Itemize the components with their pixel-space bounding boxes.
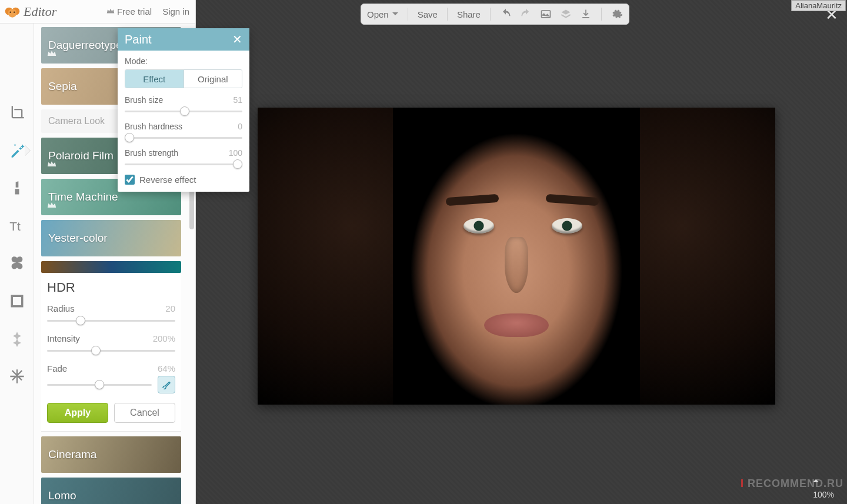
- brush-icon: [161, 379, 172, 390]
- fit-icon: [540, 8, 552, 20]
- brush-hardness-value: 0: [238, 122, 242, 131]
- snowflake-icon: [9, 368, 25, 385]
- hdr-panel: HDR Radius20 Intensity200% Fade64% Apply…: [41, 273, 181, 432]
- effect-label: Cinerama: [48, 448, 96, 461]
- hdr-title: HDR: [47, 280, 175, 295]
- brand: Editor: [5, 4, 56, 19]
- rail-overlays[interactable]: [7, 253, 27, 273]
- brush-size-label: Brush size: [125, 95, 163, 105]
- effect-hdr-thumb[interactable]: [41, 261, 181, 273]
- fit-button[interactable]: [540, 8, 552, 20]
- brush-hardness-slider[interactable]: [125, 133, 242, 142]
- butterfly-icon: [9, 255, 25, 272]
- rail-effects[interactable]: [7, 141, 27, 161]
- effect-label: Yester-color: [48, 232, 108, 245]
- redo-icon: [520, 8, 532, 20]
- user-tag: AlianaMauritz: [791, 0, 846, 11]
- canvas-toolbar: Open Save Share: [361, 4, 629, 25]
- hdr-intensity-value: 200%: [153, 333, 175, 343]
- download-button[interactable]: [580, 8, 592, 20]
- magic-wand-icon: [9, 142, 25, 159]
- rail-themes[interactable]: [7, 366, 27, 386]
- paint-close-button[interactable]: ✕: [232, 32, 242, 46]
- free-trial-link[interactable]: Free trial: [106, 6, 152, 16]
- paint-popup: Paint ✕ Mode: Effect Original Brush size…: [118, 28, 249, 192]
- rail-crop[interactable]: [7, 103, 27, 123]
- canvas-area: Open Save Share ✕ AlianaMauritz 100% I R…: [196, 0, 847, 504]
- frame-icon: [9, 293, 25, 309]
- svg-point-2: [8, 9, 17, 18]
- premium-badge: [47, 158, 56, 171]
- svg-rect-6: [541, 11, 550, 18]
- save-button[interactable]: Save: [418, 9, 438, 19]
- brush-hardness-label: Brush hardness: [125, 122, 182, 131]
- hdr-radius-value: 20: [165, 303, 175, 313]
- effect-label: Camera Look: [48, 116, 105, 126]
- layers-button[interactable]: [560, 8, 572, 20]
- brush-size-slider[interactable]: [125, 106, 242, 116]
- brush-strength-value: 100: [229, 148, 242, 158]
- effect-label: Polaroid Film: [48, 149, 114, 162]
- reverse-effect-label: Reverse effect: [139, 175, 196, 185]
- premium-badge: [47, 47, 56, 60]
- lipstick-icon: [9, 180, 25, 196]
- paint-brush-button[interactable]: [158, 376, 175, 393]
- mode-original-button[interactable]: Original: [184, 70, 242, 88]
- brush-size-value: 51: [233, 95, 242, 105]
- open-label: Open: [367, 9, 389, 19]
- effect-cinerama[interactable]: Cinerama: [41, 436, 181, 473]
- svg-point-4: [14, 11, 15, 13]
- hdr-fade-slider[interactable]: [47, 380, 152, 389]
- hdr-intensity-label: Intensity: [47, 333, 80, 343]
- hdr-intensity-slider[interactable]: [47, 346, 175, 355]
- rail-textures[interactable]: [7, 329, 27, 349]
- app-topbar: Editor Free trial Sign in: [0, 0, 195, 24]
- hdr-radius-slider[interactable]: [47, 316, 175, 325]
- layers-icon: [560, 8, 572, 20]
- effect-label: Daguerreotype: [48, 39, 122, 52]
- monkey-logo-icon: [5, 5, 20, 18]
- rail-touchup[interactable]: [7, 178, 27, 198]
- undo-button[interactable]: [500, 8, 512, 20]
- mode-effect-button[interactable]: Effect: [125, 70, 184, 88]
- settings-button[interactable]: [611, 8, 623, 20]
- hdr-radius-label: Radius: [47, 303, 75, 313]
- cancel-button[interactable]: Cancel: [114, 403, 175, 423]
- reverse-effect-checkbox[interactable]: Reverse effect: [125, 175, 242, 185]
- effect-lomo[interactable]: Lomo: [41, 478, 181, 504]
- undo-icon: [500, 8, 512, 20]
- rail-text[interactable]: Tt: [7, 216, 27, 236]
- effect-label: Time Machine: [48, 191, 118, 203]
- brush-strength-label: Brush strength: [125, 148, 178, 158]
- effect-yester-color[interactable]: Yester-color: [41, 220, 181, 256]
- share-button[interactable]: Share: [457, 9, 481, 19]
- redo-button[interactable]: [520, 8, 532, 20]
- hdr-fade-label: Fade: [47, 363, 67, 373]
- watermark: I RECOMMEND.RU: [741, 478, 843, 490]
- hdr-fade-value: 64%: [158, 363, 175, 373]
- crop-icon: [9, 105, 25, 121]
- chevron-down-icon: [392, 12, 398, 18]
- paint-title: Paint: [125, 33, 152, 46]
- effect-label: Sepia: [48, 80, 77, 93]
- mode-segmented: Effect Original: [125, 69, 242, 88]
- sign-in-link[interactable]: Sign in: [162, 6, 189, 16]
- svg-text:Tt: Tt: [9, 219, 21, 233]
- rail-frames[interactable]: [7, 291, 27, 311]
- download-icon: [580, 8, 592, 20]
- zoom-value: 100%: [813, 490, 834, 499]
- image-canvas[interactable]: [258, 108, 775, 405]
- texture-icon: [9, 331, 25, 347]
- apply-button[interactable]: Apply: [47, 403, 108, 423]
- brush-strength-slider[interactable]: [125, 159, 242, 169]
- effect-label: Lomo: [48, 489, 76, 502]
- text-icon: Tt: [9, 218, 25, 234]
- mode-label: Mode:: [125, 56, 242, 66]
- free-trial-label: Free trial: [117, 6, 152, 16]
- brand-name: Editor: [24, 4, 56, 19]
- open-button[interactable]: Open: [367, 9, 398, 19]
- reverse-effect-input[interactable]: [125, 175, 135, 185]
- gear-icon: [611, 8, 623, 20]
- premium-badge: [47, 199, 56, 212]
- crown-icon: [106, 8, 115, 15]
